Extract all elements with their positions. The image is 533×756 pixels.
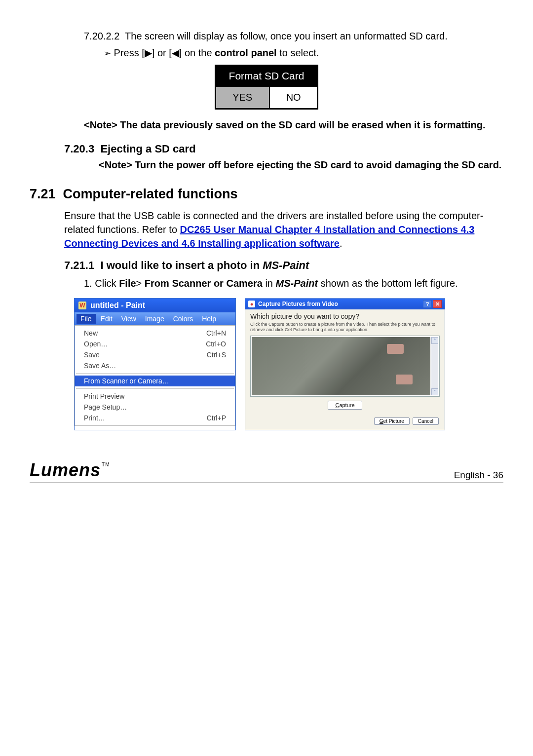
paint-app-icon: W — [78, 302, 86, 309]
capture-button[interactable]: Capture — [328, 401, 362, 410]
menu-item-save-as[interactable]: Save As… — [75, 360, 235, 371]
capture-app-icon: ● — [248, 301, 255, 307]
menu-item-page-setup[interactable]: Page Setup… — [75, 402, 235, 413]
format-sd-card-table: Format SD Card YES NO — [215, 65, 319, 110]
footer-rule — [30, 483, 503, 483]
menu-help[interactable]: Help — [198, 314, 220, 324]
menu-item-save[interactable]: SaveCtrl+S — [75, 349, 235, 360]
cancel-button[interactable]: Cancel — [413, 417, 439, 425]
capture-question: Which picture do you want to copy? — [250, 312, 440, 320]
menu-item-new[interactable]: NewCtrl+N — [75, 328, 235, 339]
capture-video-preview — [252, 337, 430, 395]
capture-title-text: Capture Pictures from Video — [258, 301, 338, 307]
step-1: 1. Click File> From Scanner or Camera in… — [84, 277, 503, 290]
note-eject-sd: <Note> Turn the power off before ejectin… — [99, 158, 503, 172]
page-footer: LumensTM English - 36 — [30, 460, 503, 481]
bullet-arrow-icon: ➢ — [104, 48, 111, 58]
right-triangle-icon: ▶ — [145, 47, 152, 58]
capture-instructions: Click the Capture button to create a pic… — [250, 322, 440, 333]
menu-separator — [76, 373, 234, 374]
heading-7-21: 7.21 Computer-related functions — [30, 187, 503, 202]
capture-dialog: ● Capture Pictures from Video ? ✕ Which … — [245, 298, 445, 430]
heading-7-20-3: 7.20.3 Ejecting a SD card — [64, 143, 503, 155]
menu-separator — [76, 388, 234, 389]
paragraph-7-20-2-2: 7.20.2.2 The screen will display as foll… — [84, 30, 503, 43]
scroll-down-icon[interactable]: ˅ — [431, 388, 438, 395]
file-menu-dropdown: NewCtrl+N Open…Ctrl+O SaveCtrl+S Save As… — [75, 325, 235, 426]
menu-item-print-preview[interactable]: Print Preview — [75, 391, 235, 402]
help-button[interactable]: ? — [423, 300, 432, 308]
menu-item-open[interactable]: Open…Ctrl+O — [75, 339, 235, 349]
format-no-cell: NO — [269, 86, 318, 109]
bullet-control-panel: ➢ Press [▶] or [◀] on the control panel … — [104, 47, 503, 59]
left-triangle-icon: ◀ — [172, 47, 179, 58]
capture-scrollbar[interactable]: ˄ ˅ — [431, 337, 438, 395]
paragraph-7-21: Ensure that the USB cable is connected a… — [64, 209, 503, 250]
heading-7-21-1: 7.21.1 I would like to insert a photo in… — [64, 259, 503, 272]
menu-colors[interactable]: Colors — [169, 314, 197, 324]
format-yes-cell: YES — [215, 86, 269, 109]
paint-titlebar: W untitled - Paint — [75, 299, 235, 312]
scroll-track[interactable] — [431, 344, 438, 388]
capture-titlebar: ● Capture Pictures from Video ? ✕ — [245, 299, 445, 309]
menu-view[interactable]: View — [117, 314, 140, 324]
note-format-erase: <Note> The data previously saved on the … — [84, 118, 503, 132]
capture-video-frame: ˄ ˅ — [250, 336, 440, 397]
page-number: English - 36 — [454, 470, 503, 481]
paint-window: W untitled - Paint File Edit View Image … — [74, 298, 236, 430]
lumens-logo: LumensTM — [30, 460, 110, 481]
get-picture-button[interactable]: Get Picture — [374, 417, 410, 425]
section-number: 7.20.2.2 — [84, 31, 119, 41]
close-button[interactable]: ✕ — [433, 300, 442, 308]
menu-edit[interactable]: Edit — [97, 314, 116, 324]
paragraph-text: The screen will display as follow, once … — [125, 31, 448, 41]
format-sd-card-header: Format SD Card — [215, 66, 318, 87]
menu-item-from-scanner[interactable]: From Scanner or Camera… — [75, 376, 235, 386]
menu-item-print[interactable]: Print…Ctrl+P — [75, 413, 235, 423]
menu-image[interactable]: Image — [141, 314, 168, 324]
menu-file[interactable]: File — [76, 314, 96, 324]
scroll-up-icon[interactable]: ˄ — [431, 337, 438, 344]
paint-menubar: File Edit View Image Colors Help — [75, 312, 235, 325]
paint-title-text: untitled - Paint — [90, 301, 145, 310]
trademark-icon: TM — [102, 462, 110, 467]
